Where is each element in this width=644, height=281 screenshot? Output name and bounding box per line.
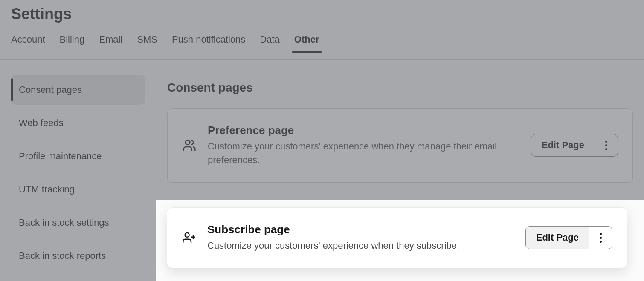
tab-other[interactable]: Other: [294, 34, 319, 53]
card-title: Subscribe page: [207, 223, 514, 236]
card-desc: Customize your customers' experience whe…: [207, 239, 514, 252]
card-overflow-menu[interactable]: [589, 226, 612, 249]
tab-data[interactable]: Data: [260, 34, 279, 53]
kebab-icon: [600, 233, 602, 243]
card-desc: Customize your customers' experience whe…: [208, 140, 520, 167]
tab-account[interactable]: Account: [11, 34, 45, 53]
sidebar: Consent pages Web feeds Profile maintena…: [11, 75, 145, 271]
svg-point-0: [186, 140, 190, 145]
tab-billing[interactable]: Billing: [60, 34, 85, 53]
sidebar-item-back-in-stock-reports[interactable]: Back in stock reports: [11, 241, 145, 271]
edit-page-button[interactable]: Edit Page: [525, 226, 589, 249]
sidebar-item-back-in-stock-settings[interactable]: Back in stock settings: [11, 208, 145, 238]
card-overflow-menu[interactable]: [595, 134, 618, 157]
people-icon: [182, 138, 197, 152]
card-subscribe-page: Subscribe page Customize your customers'…: [167, 208, 627, 268]
tab-email[interactable]: Email: [99, 34, 122, 53]
kebab-icon: [605, 140, 607, 150]
main-content: Consent pages Preference page Customize …: [167, 81, 633, 198]
person-add-icon: [182, 231, 196, 244]
page-title: Settings: [11, 5, 72, 23]
tabs: Account Billing Email SMS Push notificat…: [11, 34, 319, 53]
sidebar-item-profile-maintenance[interactable]: Profile maintenance: [11, 141, 145, 171]
sidebar-item-consent-pages[interactable]: Consent pages: [11, 75, 145, 105]
tab-sms[interactable]: SMS: [137, 34, 157, 53]
edit-page-button[interactable]: Edit Page: [531, 134, 595, 157]
sidebar-item-web-feeds[interactable]: Web feeds: [11, 108, 145, 138]
svg-point-1: [185, 233, 189, 237]
tab-divider: [0, 59, 644, 60]
card-preference-page: Preference page Customize your customers…: [167, 108, 633, 183]
card-title: Preference page: [208, 124, 520, 137]
tab-push-notifications[interactable]: Push notifications: [172, 34, 245, 53]
section-title: Consent pages: [167, 81, 633, 95]
sidebar-item-utm-tracking[interactable]: UTM tracking: [11, 175, 145, 204]
